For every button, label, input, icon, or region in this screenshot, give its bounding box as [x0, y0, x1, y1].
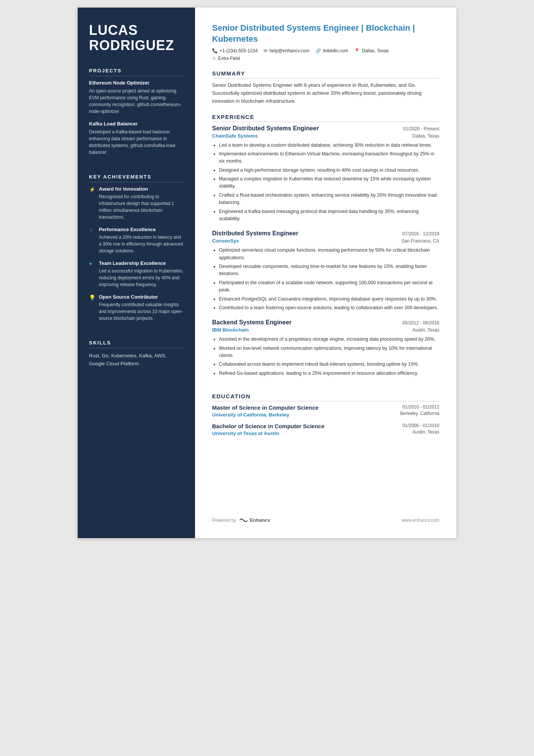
achievements-title: KEY ACHIEVEMENTS	[89, 174, 184, 182]
projects-section: PROJECTS Ethereum Node Optimizer An open…	[89, 68, 184, 162]
exp-location-2: San Francisco, CA	[401, 238, 439, 244]
footer-logo: Enhancv	[239, 517, 270, 523]
project-item-2: Kafka Load Balancer Developed a Kafka-ba…	[89, 121, 184, 156]
contact-location: 📍 Dallas, Texas	[354, 48, 389, 53]
achievement-title-4: Open Source Contributor	[99, 294, 184, 300]
exp-bullet: Managed a complex migration to Kubernete…	[219, 175, 439, 190]
achievements-section: KEY ACHIEVEMENTS ⚡ Award for Innovation …	[89, 174, 184, 328]
exp-bullet: Optimized serverless cloud compute funct…	[219, 247, 439, 261]
project-title-2: Kafka Load Balancer	[89, 121, 184, 127]
exp-title-2: Distributed Systems Engineer	[212, 230, 298, 237]
exp-bullet: Designed a high-performance storage syst…	[219, 167, 439, 174]
edu-dates-2: 01/2006 - 01/2010	[403, 423, 439, 428]
exp-company-1: ChainSafe Systems	[212, 133, 258, 139]
summary-title: SUMMARY	[212, 70, 439, 78]
brand-name: Enhancv	[250, 517, 270, 523]
extra-field-text: Extra Field	[218, 56, 240, 61]
exp-dates-1: 01/2020 - Present	[403, 126, 439, 131]
achievement-desc-3: Led a successful migration to Kubernetes…	[99, 268, 184, 288]
footer-url: www.enhancv.com	[402, 518, 439, 523]
logo-icon	[239, 518, 248, 523]
exp-bullet: Worked on low-level network communicatio…	[219, 345, 439, 360]
resume-container: LUCAS RODRIGUEZ PROJECTS Ethereum Node O…	[78, 8, 456, 538]
exp-title-3: Backend Systems Engineer	[212, 319, 292, 326]
experience-section: EXPERIENCE Senior Distributed Systems En…	[212, 114, 439, 385]
exp-dates-3: 05/2012 - 06/2016	[403, 320, 439, 326]
edu-dates-1: 01/2010 - 01/2012	[400, 404, 439, 410]
exp-bullet: Led a team to develop a custom distribut…	[219, 142, 439, 149]
sidebar: LUCAS RODRIGUEZ PROJECTS Ethereum Node O…	[78, 8, 195, 538]
exp-item-1: Senior Distributed Systems Engineer 01/2…	[212, 125, 439, 223]
exp-company-2: ConsenSys	[212, 238, 239, 244]
achievement-desc-4: Frequently contributed valuable insights…	[99, 301, 184, 322]
exp-item-3: Backend Systems Engineer 05/2012 - 06/20…	[212, 319, 439, 377]
exp-bullet: Developed reusable components, reducing …	[219, 263, 439, 278]
exp-item-2: Distributed Systems Engineer 07/2016 - 1…	[212, 230, 439, 311]
achievement-item-3: ♥ Team Leadership Excellence Led a succe…	[89, 260, 184, 288]
heart-icon: ♥	[89, 261, 95, 288]
project-desc-1: An open-source project aimed at optimizi…	[89, 88, 184, 115]
achievement-desc-2: Achieved a 20% reduction in latency and …	[99, 234, 184, 254]
project-item-1: Ethereum Node Optimizer An open-source p…	[89, 80, 184, 115]
lightning-icon: ⚡	[89, 186, 95, 221]
projects-title: PROJECTS	[89, 68, 184, 76]
edu-school-2: University of Texas at Austin	[212, 430, 325, 436]
skills-section: SKILLS Rust, Go, Kubernetes, Kafka, AWS,…	[89, 340, 184, 368]
skills-text: Rust, Go, Kubernetes, Kafka, AWS, Google…	[89, 352, 184, 368]
powered-by-text: Powered by	[212, 518, 236, 523]
bulb-icon: 💡	[89, 294, 95, 322]
exp-bullet: Participated in the creation of a scalab…	[219, 279, 439, 294]
achievement-item-4: 💡 Open Source Contributor Frequently con…	[89, 294, 184, 322]
exp-bullet: Collaborated across teams to implement r…	[219, 361, 439, 368]
candidate-name: LUCAS RODRIGUEZ	[89, 23, 184, 53]
exp-bullets-1: Led a team to develop a custom distribut…	[212, 142, 439, 223]
main-title: Senior Distributed Systems Engineer | Bl…	[212, 23, 439, 44]
edu-location-2: Austin, Texas	[403, 429, 439, 435]
exp-title-1: Senior Distributed Systems Engineer	[212, 125, 319, 132]
exp-dates-2: 07/2016 - 12/2019	[403, 231, 439, 236]
phone-icon: 📞	[212, 48, 218, 53]
exp-bullets-3: Assisted in the development of a proprie…	[212, 336, 439, 377]
name-block: LUCAS RODRIGUEZ	[89, 23, 184, 53]
exp-bullet: Enhanced PostgreSQL and Cassandra integr…	[219, 296, 439, 303]
summary-section: SUMMARY Senior Distributed Systems Engin…	[212, 70, 439, 105]
edu-degree-1: Master of Science in Computer Science	[212, 404, 319, 411]
summary-text: Senior Distributed Systems Engineer with…	[212, 81, 439, 105]
edu-degree-2: Bachelor of Science in Computer Science	[212, 423, 325, 429]
star-icon: ☆	[89, 227, 95, 254]
edu-school-1: University of California, Berkeley	[212, 412, 319, 418]
exp-bullet: Engineered a Kafka-based messaging proto…	[219, 208, 439, 223]
linkedin-icon: 🔗	[315, 48, 321, 53]
education-section: EDUCATION Master of Science in Computer …	[212, 393, 439, 441]
achievement-title-1: Award for Innovation	[99, 186, 184, 192]
contact-phone: 📞 +1-(234)-555-1234	[212, 48, 258, 53]
project-title-1: Ethereum Node Optimizer	[89, 80, 184, 86]
achievement-item-2: ☆ Performance Excellence Achieved a 20% …	[89, 227, 184, 254]
footer: Powered by Enhancv www.enhancv.com	[212, 510, 439, 523]
achievement-item-1: ⚡ Award for Innovation Recognized for co…	[89, 186, 184, 221]
project-desc-2: Developed a Kafka-based load balancer en…	[89, 128, 184, 156]
location-icon: 📍	[354, 48, 360, 53]
contact-email: ✉ help@enhancv.com	[264, 48, 309, 53]
exp-bullet: Crafted a Rust-based orchestration syste…	[219, 192, 439, 207]
contact-row: 📞 +1-(234)-555-1234 ✉ help@enhancv.com 🔗…	[212, 48, 439, 53]
achievement-title-2: Performance Excellence	[99, 227, 184, 232]
email-icon: ✉	[264, 48, 267, 53]
main-content: Senior Distributed Systems Engineer | Bl…	[195, 8, 456, 538]
exp-bullet: Refined Go-based applications, leading t…	[219, 370, 439, 377]
exp-location-3: Austin, Texas	[412, 327, 439, 333]
edu-item-1: Master of Science in Computer Science Un…	[212, 404, 439, 418]
edu-location-1: Berkeley, California	[400, 411, 439, 416]
experience-title: EXPERIENCE	[212, 114, 439, 122]
edu-item-2: Bachelor of Science in Computer Science …	[212, 423, 439, 436]
exp-bullets-2: Optimized serverless cloud compute funct…	[212, 247, 439, 311]
extra-field-row: ☆ Extra Field	[212, 56, 439, 61]
education-title: EDUCATION	[212, 393, 439, 401]
exp-bullet: Contributed to a team fostering open-sou…	[219, 304, 439, 311]
exp-company-3: IBM Blockchain	[212, 327, 249, 333]
main-header: Senior Distributed Systems Engineer | Bl…	[212, 23, 439, 61]
exp-bullet: Assisted in the development of a proprie…	[219, 336, 439, 343]
exp-location-1: Dallas, Texas	[412, 133, 439, 139]
achievement-desc-1: Recognized for contributing to infrastru…	[99, 193, 184, 221]
skills-title: SKILLS	[89, 340, 184, 348]
